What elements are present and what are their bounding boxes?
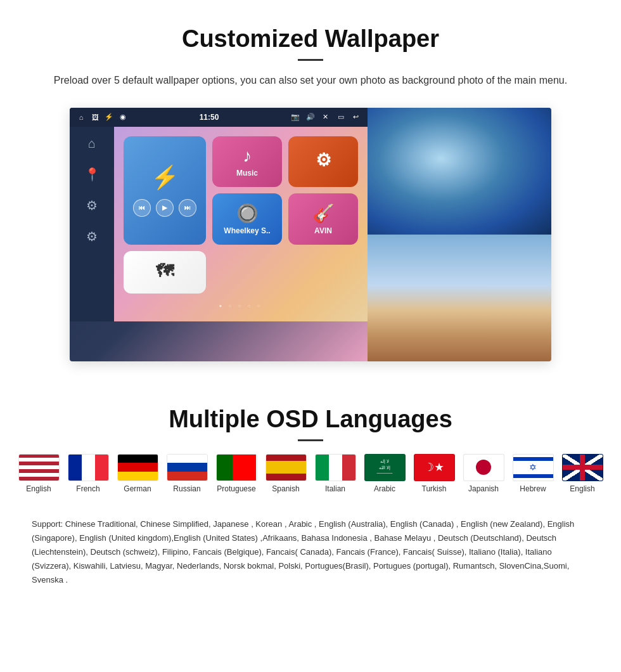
- languages-title: Multiple OSD Languages: [32, 406, 589, 433]
- flag-item-spanish: Spanish: [264, 454, 308, 493]
- flag-label-english: English: [26, 484, 51, 493]
- wallpaper-preview-ice: [368, 108, 551, 235]
- next-btn[interactable]: ⏭: [179, 199, 196, 217]
- avin-icon: 🎸: [312, 203, 335, 224]
- gb-horizontal: [563, 465, 603, 470]
- bluetooth-tile[interactable]: ⚡ ⏮ ▶ ⏭: [124, 136, 206, 245]
- flag-de: [117, 454, 158, 481]
- flag-us: [18, 454, 60, 481]
- play-btn[interactable]: ▶: [156, 199, 174, 217]
- wallpaper-section: Customized Wallpaper Preload over 5 defa…: [0, 0, 621, 380]
- app-grid: ⚡ ⏮ ▶ ⏭ ♪ Music ⚙: [114, 127, 368, 321]
- flag-label-english-uk: English: [570, 484, 594, 493]
- il-top-stripe: [513, 457, 553, 461]
- cast-icon: ▭: [336, 112, 346, 122]
- ice-background: [368, 108, 551, 235]
- eq-tile[interactable]: ⚙: [288, 136, 358, 187]
- flag-item-german: German: [115, 454, 160, 493]
- flag-it: [315, 454, 356, 481]
- music-controls: ⏮ ▶ ⏭: [133, 199, 196, 217]
- back-icon: ↩: [351, 112, 361, 122]
- wheelkey-label: Wheelkey S..: [224, 226, 270, 235]
- flag-label-french: French: [76, 484, 99, 493]
- sa-text: لا إلهإلا الله─────: [376, 457, 394, 477]
- app-sidebar: ⌂ 📍 ⚙ ⚙: [70, 127, 114, 321]
- music-label: Music: [236, 169, 258, 178]
- wheelkey-tile[interactable]: 🔘 Wheelkey S..: [212, 193, 282, 245]
- prev-btn[interactable]: ⏮: [133, 199, 151, 217]
- wallpaper-preview-bridge: [368, 235, 551, 361]
- flag-label-japanese: Japanish: [468, 484, 499, 493]
- sidebar-tune-icon[interactable]: ⚙: [86, 198, 98, 213]
- flag-label-hebrew: Hebrew: [520, 484, 546, 493]
- flag-item-hebrew: ✡ Hebrew: [511, 454, 555, 493]
- il-bottom-stripe: [513, 474, 553, 478]
- wallpaper-title: Customized Wallpaper: [38, 25, 583, 53]
- sidebar-location-icon[interactable]: 📍: [84, 167, 100, 182]
- wallpaper-previews: [368, 108, 551, 361]
- eq-icon: ⚙: [316, 150, 331, 171]
- wallpaper-description: Preload over 5 default wallpaper options…: [51, 72, 570, 89]
- flag-jp: [463, 454, 504, 481]
- languages-divider: [298, 439, 323, 441]
- flag-fr: [68, 454, 109, 481]
- flag-il: ✡: [513, 454, 554, 481]
- status-right-icons: 📷 🔊 ✕ ▭ ↩: [290, 112, 361, 122]
- flags-row: English French German: [32, 454, 589, 493]
- flag-es: [266, 454, 307, 481]
- flag-item-portuguese: Protuguese: [214, 454, 259, 493]
- sidebar-settings-icon[interactable]: ⚙: [86, 229, 98, 244]
- flag-item-japanese: Japanish: [461, 454, 506, 493]
- flag-label-german: German: [124, 484, 151, 493]
- flag-label-turkish: Turkish: [422, 484, 447, 493]
- screen-body: ⌂ 📍 ⚙ ⚙ ⚡ ⏮ ▶ ⏭: [70, 127, 368, 321]
- status-bar: ⌂ 🖼 ⚡ ◉ 11:50 📷 🔊 ✕ ▭ ↩: [70, 108, 368, 127]
- maps-tile[interactable]: 🗺: [124, 251, 206, 294]
- android-screen: ⌂ 🖼 ⚡ ◉ 11:50 📷 🔊 ✕ ▭ ↩ ⌂ 📍: [70, 108, 368, 361]
- flag-label-russian: Russian: [173, 484, 200, 493]
- languages-section: Multiple OSD Languages English Frenc: [0, 380, 621, 511]
- bluetooth-icon: ⚡: [151, 164, 179, 191]
- flag-gb: [562, 454, 603, 481]
- title-divider: [298, 59, 323, 61]
- music-tile[interactable]: ♪ Music: [212, 136, 282, 187]
- tr-crescent: ☽★: [424, 460, 444, 474]
- flag-pt: [216, 454, 257, 481]
- music-icon: ♪: [243, 146, 252, 166]
- jp-circle: [476, 460, 491, 475]
- flag-item-english-uk: English: [560, 454, 605, 493]
- status-left-icons: ⌂ 🖼 ⚡ ◉: [76, 112, 128, 122]
- clock: 11:50: [200, 113, 219, 122]
- screenshot-container: ⌂ 🖼 ⚡ ◉ 11:50 📷 🔊 ✕ ▭ ↩ ⌂ 📍: [70, 108, 551, 361]
- avin-tile[interactable]: 🎸 AVIN: [288, 193, 358, 245]
- flag-item-turkish: ☽★ Turkish: [412, 454, 456, 493]
- volume-icon: 🔊: [305, 112, 316, 122]
- il-star: ✡: [529, 462, 537, 472]
- flag-item-english: English: [16, 454, 61, 493]
- flag-item-french: French: [66, 454, 110, 493]
- flag-label-portuguese: Protuguese: [217, 484, 255, 493]
- image-icon: 🖼: [90, 112, 100, 122]
- close-icon: ✕: [321, 112, 331, 122]
- disc-icon: ◉: [118, 112, 128, 122]
- flag-item-arabic: لا إلهإلا الله───── Arabic: [362, 454, 407, 493]
- support-text: Support: Chinese Traditional, Chinese Si…: [0, 511, 621, 600]
- camera-icon: 📷: [290, 112, 300, 122]
- bridge-background: [368, 235, 551, 361]
- home-icon: ⌂: [76, 112, 86, 122]
- flag-ru: [167, 454, 208, 481]
- avin-label: AVIN: [314, 226, 332, 235]
- flag-item-italian: Italian: [313, 454, 357, 493]
- sidebar-home-icon[interactable]: ⌂: [88, 136, 96, 151]
- page-dots: ● ○ ○ ○ ○: [124, 300, 358, 312]
- flag-item-russian: Russian: [165, 454, 209, 493]
- flag-sa: لا إلهإلا الله─────: [364, 454, 406, 481]
- flag-label-italian: Italian: [325, 484, 345, 493]
- maps-icon: 🗺: [156, 261, 174, 281]
- wheel-icon: 🔘: [236, 203, 259, 224]
- usb-icon: ⚡: [104, 112, 114, 122]
- flag-tr: ☽★: [414, 454, 455, 481]
- flag-label-arabic: Arabic: [374, 484, 395, 493]
- flag-label-spanish: Spanish: [272, 484, 299, 493]
